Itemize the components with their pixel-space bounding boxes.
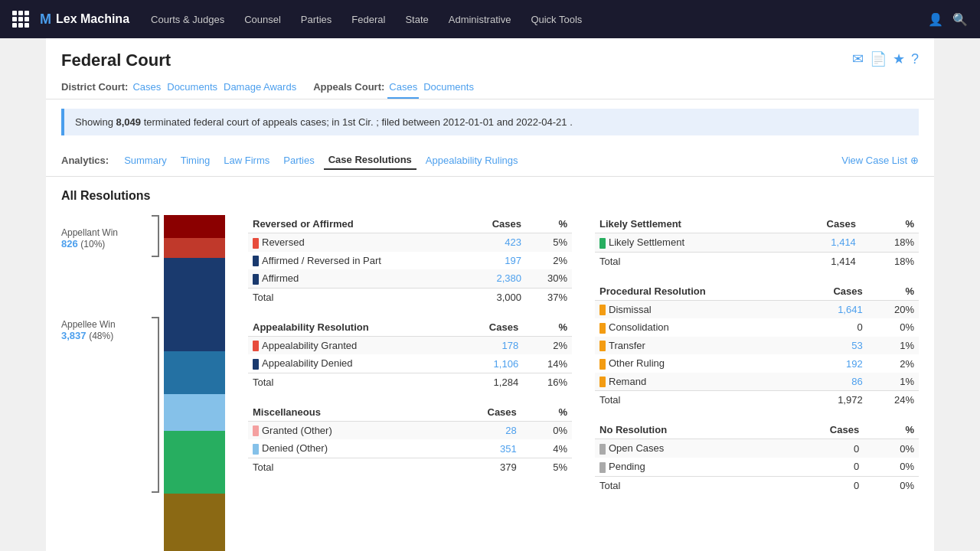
tab-timing[interactable]: Timing [176,152,215,169]
table-total-row: Total 1,284 16% [248,373,572,391]
top-navigation: M Lex Machina Courts & Judges Counsel Pa… [0,0,980,38]
nav-federal[interactable]: Federal [342,8,394,31]
nav-quick-tools[interactable]: Quick Tools [521,8,591,31]
bar-bracket-container [152,215,225,551]
col-header-cases: Cases [439,403,521,422]
table-row: Affirmed / Reversed in Part 197 2% [248,252,572,270]
star-icon[interactable]: ★ [893,51,905,67]
pct-cell: 5% [526,233,572,252]
table-row: Appealability Granted 178 2% [248,336,572,354]
app-grid-icon[interactable] [12,11,29,28]
right-tables: Likely Settlement Cases % Likely Settlem… [595,215,919,551]
tab-parties[interactable]: Parties [279,152,318,169]
table-row: Transfer 53 1% [595,337,919,355]
row-color-dot [599,305,606,315]
cases-cell: 423 [466,233,526,252]
col-header-cases: Cases [774,421,864,439]
col-header-type: No Resolution [595,421,774,439]
appeals-cases-link[interactable]: Cases [387,75,419,99]
appellee-count: 3,837 [61,330,87,341]
row-color-dot [599,377,606,387]
row-color-dot [599,444,606,455]
view-case-list-button[interactable]: View Case List ⊕ [841,155,919,166]
district-documents-link[interactable]: Documents [165,75,219,99]
no-resolution-table: No Resolution Cases % Open Cases 0 0% [595,421,919,494]
nav-courts-judges[interactable]: Courts & Judges [142,8,234,31]
table-row: Open Cases 0 0% [595,439,919,458]
stacked-bar-chart: Appellant Win 826 (10%) Appellee Win 3,8… [61,215,225,551]
district-section: District Court: Cases Documents Damage A… [61,75,298,99]
analytics-label: Analytics: [61,155,109,166]
col-header-pct: % [521,403,572,422]
bracket-lines [152,215,162,551]
appeals-documents-link[interactable]: Documents [422,75,475,99]
row-color-dot [253,341,259,351]
nav-state[interactable]: State [396,8,437,31]
district-label: District Court: [61,81,128,93]
email-icon[interactable]: ✉ [852,51,864,67]
tables-container: Reversed or Affirmed Cases % Reversed 42… [248,215,919,551]
circle-plus-icon: ⊕ [910,155,919,166]
tab-law-firms[interactable]: Law Firms [219,152,274,169]
logo: M Lex Machina [40,11,129,28]
bar-seg-7 [164,494,225,551]
reversed-affirmed-table: Reversed or Affirmed Cases % Reversed 42… [248,215,572,306]
appeals-label: Appeals Court: [313,81,384,93]
page-title: Federal Court [61,51,171,70]
row-color-dot [253,238,259,249]
col-header-pct: % [864,421,919,439]
col-header-cases: Cases [783,215,861,233]
col-header-type: Appealability Resolution [248,318,459,337]
tab-appealability-rulings[interactable]: Appealability Rulings [421,152,523,169]
main-content: Federal Court ✉ 📄 ★ ? District Court: Ca… [46,38,934,551]
nav-counsel[interactable]: Counsel [235,8,290,31]
user-icon[interactable]: 👤 [928,12,943,27]
nav-icons: 👤 🔍 [928,12,968,27]
appellee-pct: (48%) [89,331,113,341]
col-header-type: Procedural Resolution [595,282,799,301]
appellant-count: 826 [61,238,78,249]
row-color-dot [253,359,259,370]
appeals-section: Appeals Court: Cases Documents [313,75,475,99]
search-icon[interactable]: 🔍 [952,12,968,27]
logo-icon: M [40,11,51,28]
page-header-icons: ✉ 📄 ★ ? [852,51,919,67]
table-row: Denied (Other) 351 4% [248,439,572,458]
nav-parties[interactable]: Parties [292,8,341,31]
district-damage-awards-link[interactable]: Damage Awards [222,75,298,99]
analytics-bar: Analytics: Summary Timing Law Firms Part… [46,145,934,177]
col-header-type: Miscellaneous [248,403,439,422]
appellant-pct: (10%) [80,239,105,249]
bar-seg-4 [164,351,225,394]
table-total-row: Total 3,000 37% [248,288,572,306]
nav-administrative[interactable]: Administrative [439,8,521,31]
row-color-dot [599,462,606,473]
col-header-pct: % [523,318,572,337]
bar-seg-1 [164,215,225,238]
district-cases-link[interactable]: Cases [131,75,162,99]
table-row: Granted (Other) 28 0% [248,421,572,439]
appellee-label-group: Appellee Win 3,837 (48%) [61,261,145,399]
tab-summary[interactable]: Summary [119,152,172,169]
row-color-dot [599,238,606,249]
row-color-dot [253,274,259,285]
col-header-pct: % [526,215,572,233]
table-row: Likely Settlement 1,414 18% [595,233,919,253]
table-row: Reversed 423 5% [248,233,572,252]
table-total-row: Total 1,414 18% [595,252,919,270]
left-tables: Reversed or Affirmed Cases % Reversed 42… [248,215,572,551]
help-icon[interactable]: ? [911,51,919,67]
table-row: Other Ruling 192 2% [595,354,919,373]
table-row: Remand 86 1% [595,373,919,391]
col-header-type: Likely Settlement [595,215,783,233]
row-color-dot [599,359,606,370]
tab-case-resolutions[interactable]: Case Resolutions [324,151,416,170]
miscellaneous-table: Miscellaneous Cases % Granted (Other) 28… [248,403,572,476]
filter-count: 8,049 [116,116,142,128]
row-color-dot [253,425,259,436]
table-row: Appealability Denied 1,106 14% [248,354,572,373]
document-icon[interactable]: 📄 [870,51,887,67]
table-row: Dismissal 1,641 20% [595,300,919,318]
stacked-bar [164,215,225,551]
appealability-table: Appealability Resolution Cases % Appeala… [248,318,572,391]
